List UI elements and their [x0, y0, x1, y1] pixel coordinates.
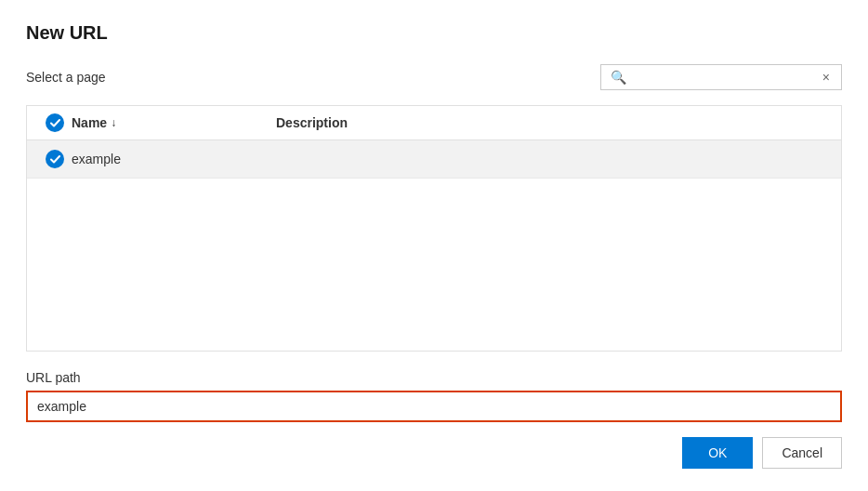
row-checkbox[interactable] [38, 150, 72, 168]
column-header-name: Name ↓ [72, 115, 276, 130]
url-path-label: URL path [26, 370, 842, 385]
close-icon[interactable]: × [821, 70, 832, 85]
search-icon: 🔍 [611, 70, 626, 85]
table-row[interactable]: example [27, 140, 841, 179]
button-row: OK Cancel [26, 437, 842, 469]
row-name-cell: example [72, 152, 276, 166]
header-checkbox[interactable] [38, 113, 72, 132]
ok-button[interactable]: OK [682, 437, 753, 469]
column-header-description: Description [276, 115, 348, 130]
search-input[interactable] [632, 70, 821, 85]
url-path-section: URL path [26, 370, 842, 422]
top-row: Select a page 🔍 × [26, 64, 842, 90]
table-header: Name ↓ Description [27, 106, 841, 140]
dialog-title: New URL [26, 22, 842, 44]
page-table: Name ↓ Description example [26, 105, 842, 352]
select-all-check[interactable] [46, 113, 64, 132]
sort-arrow-icon[interactable]: ↓ [111, 116, 116, 129]
row-check-icon[interactable] [46, 150, 64, 168]
cancel-button[interactable]: Cancel [762, 437, 842, 469]
new-url-dialog: New URL Select a page 🔍 × Name ↓ Descrip… [0, 0, 868, 491]
url-path-input[interactable] [26, 391, 842, 422]
search-box: 🔍 × [600, 64, 842, 90]
select-page-label: Select a page [26, 70, 106, 85]
